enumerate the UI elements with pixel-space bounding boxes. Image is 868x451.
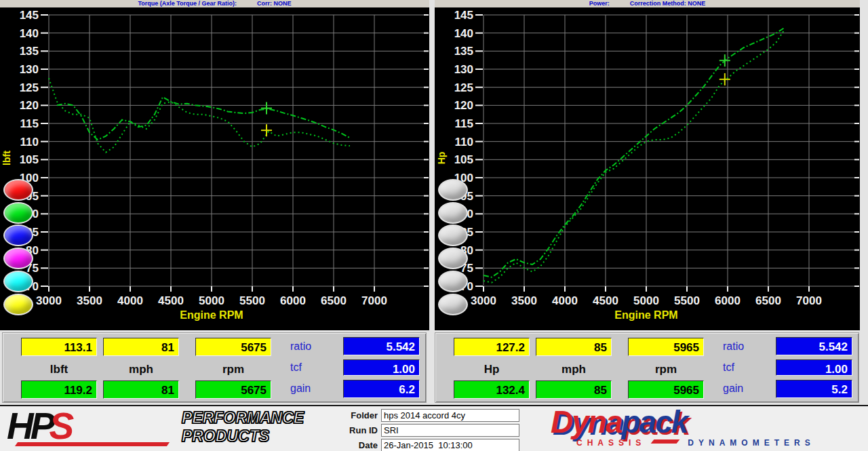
torque-ytick-label: 140	[20, 27, 39, 40]
torque-chart-plot[interactable]: 1451401351301251201151101051009590858075…	[0, 7, 429, 330]
ratio-label: ratio	[723, 340, 770, 353]
date-field[interactable]	[381, 439, 519, 451]
rpm-unit-label: rpm	[628, 363, 704, 376]
run-id-field[interactable]	[381, 424, 519, 437]
torque-current-value: 113.1	[21, 338, 97, 356]
power-xtick-label: 3500	[511, 294, 537, 307]
torque-chart-panel: Torque (Axle Torque / Gear Ratio): Corr:…	[0, 0, 429, 330]
power-run-select-button-4[interactable]	[438, 248, 468, 269]
torque-xtick-label: 5500	[239, 294, 265, 307]
speed-unit-label: mph	[103, 363, 179, 376]
power-run-baseline-dotted	[484, 29, 785, 282]
ratio-label: ratio	[290, 340, 338, 353]
gain-label: gain	[290, 383, 338, 395]
power-axis: 1451401351301251201151101051009590858075…	[436, 9, 859, 321]
power-xtick-label: 6000	[715, 294, 741, 307]
torque-run-select-button-6[interactable]	[3, 294, 33, 315]
hps-logo-tagline: PERFORMANCE PRODUCTS	[182, 409, 304, 446]
torque-axis: 1451401351301251201151101051009590858075…	[1, 9, 429, 321]
power-chart-panel: Power: Correction Method: NONE 145140135…	[435, 0, 860, 330]
dynapack-dash-icon	[651, 439, 680, 444]
torque-ytick-label: 145	[20, 9, 39, 22]
gain-value: 5.2	[776, 380, 852, 398]
power-xaxis-title: Engine RPM	[614, 309, 677, 321]
torque-run-select-button-1[interactable]	[3, 179, 33, 201]
torque-compare-value: 119.2	[21, 380, 97, 399]
dynapack-logo-dyna: Dyna	[551, 404, 621, 439]
power-unit-label: Hp	[454, 363, 530, 376]
hps-logo: HPS	[7, 406, 71, 448]
torque-xtick-label: 5000	[199, 294, 224, 307]
hps-tagline-line2: PRODUCTS	[182, 427, 304, 446]
power-ytick-label: 145	[454, 9, 473, 22]
rpm-current-value: 5675	[195, 338, 271, 356]
power-yaxis-title: Hp	[436, 152, 447, 165]
power-run-select-button-6[interactable]	[438, 294, 468, 315]
power-ytick-label: 110	[455, 136, 473, 149]
torque-readout-panel: 113.1 81 5675 lbft mph rpm 119.2 81 5675…	[2, 332, 427, 403]
dynapack-logo: Dynapack CHASSIS DYNAMOMETERS	[551, 405, 687, 439]
torque-run-select-button-4[interactable]	[3, 248, 33, 269]
power-chart-title: Power:	[589, 0, 610, 7]
rpm-compare-value: 5675	[195, 380, 271, 399]
torque-run-select-button-2[interactable]	[3, 202, 33, 224]
torque-xtick-label: 7000	[361, 294, 387, 307]
power-correction-status: Correction Method: NONE	[630, 0, 706, 7]
footer-bar: HPS PERFORMANCE PRODUCTS Folder Run ID D…	[0, 405, 868, 451]
tcf-label: tcf	[290, 361, 338, 374]
power-ytick-label: 115	[455, 117, 473, 130]
torque-unit-label: lbft	[21, 363, 97, 376]
rpm-current-value: 5965	[628, 338, 704, 356]
tcf-label: tcf	[723, 361, 770, 374]
torque-run-select-button-5[interactable]	[3, 271, 33, 292]
folder-field[interactable]	[381, 409, 519, 422]
tcf-value: 1.00	[776, 359, 852, 376]
ratio-value: 5.542	[343, 337, 420, 355]
torque-xtick-label: 4000	[117, 294, 143, 307]
speed-current-value: 81	[103, 338, 179, 356]
hps-logo-s: S	[49, 405, 71, 447]
power-run-current-dashdot	[484, 28, 785, 277]
torque-xtick-label: 3000	[36, 294, 62, 307]
power-compare-value: 132.4	[454, 380, 530, 399]
speed-unit-label: mph	[536, 363, 612, 376]
power-xtick-label: 4000	[552, 294, 578, 307]
speed-compare-value: 81	[103, 380, 179, 399]
torque-xtick-label: 6000	[280, 294, 306, 307]
power-run-select-button-2[interactable]	[438, 202, 468, 224]
torque-xaxis-title: Engine RPM	[180, 309, 243, 321]
torque-xtick-label: 4500	[158, 294, 184, 307]
power-gridlines	[484, 15, 856, 286]
power-xtick-label: 3000	[471, 294, 496, 307]
power-run-select-button-1[interactable]	[438, 179, 468, 201]
power-xtick-label: 5000	[633, 294, 659, 307]
power-xtick-label: 5500	[674, 294, 700, 307]
power-chart-plot[interactable]: 1451401351301251201151101051009590858075…	[435, 7, 860, 330]
torque-ytick-label: 110	[20, 136, 39, 149]
power-readout-panel: 127.2 85 5965 Hp mph rpm 132.4 85 5965 r…	[435, 332, 859, 403]
rpm-unit-label: rpm	[195, 363, 271, 376]
torque-chart-title: Torque (Axle Torque / Gear Ratio):	[138, 0, 237, 7]
power-current-value: 127.2	[454, 338, 530, 356]
power-ytick-label: 120	[454, 99, 473, 112]
power-ytick-label: 130	[454, 63, 473, 76]
folder-label: Folder	[342, 410, 378, 420]
power-xtick-label: 4500	[593, 294, 618, 307]
torque-gridlines	[49, 15, 425, 286]
power-xtick-label: 7000	[796, 294, 822, 307]
torque-xtick-label: 3500	[77, 294, 102, 307]
power-ytick-label: 105	[454, 153, 473, 166]
hps-tagline-line1: PERFORMANCE	[182, 409, 304, 427]
power-xtick-label: 6500	[755, 294, 781, 307]
power-run-select-button-5[interactable]	[438, 271, 468, 292]
run-id-label: Run ID	[342, 425, 378, 435]
hps-logo-hp: HP	[7, 405, 52, 447]
dynapack-logo-pack: pack	[621, 404, 687, 439]
torque-ytick-label: 125	[20, 81, 39, 94]
hps-logo-underline	[15, 442, 170, 446]
torque-xtick-label: 6500	[321, 294, 347, 307]
gain-label: gain	[723, 383, 770, 395]
power-chart-header: Power: Correction Method: NONE	[435, 0, 860, 7]
dynapack-dynamometers-text: DYNAMOMETERS	[688, 438, 814, 448]
dynapack-chassis-text: CHASSIS	[576, 438, 646, 448]
